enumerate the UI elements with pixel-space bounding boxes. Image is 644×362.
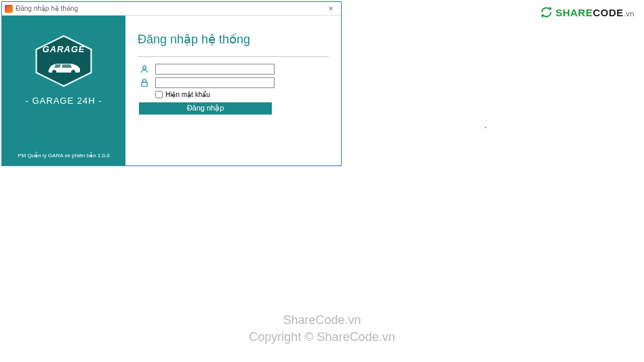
brand-name: - GARAGE 24H - (26, 96, 102, 106)
svg-point-2 (71, 70, 75, 74)
logo-label: GARAGE (33, 44, 94, 54)
window-body: GARAGE - GARAGE 24H - PM Quản lý GARA xe… (2, 16, 341, 165)
login-window: Đăng nhập hệ thống × GARAGE - GARAGE 24H… (1, 1, 342, 166)
show-password-row: Hiện mật khẩu (155, 91, 329, 98)
svg-point-1 (52, 70, 56, 74)
corner-watermark: SHARECODE.vn (540, 5, 635, 19)
watermark-share: SHARE (555, 7, 592, 18)
logo: GARAGE (33, 35, 94, 87)
watermark-vn: .vn (624, 9, 635, 18)
sidebar: GARAGE - GARAGE 24H - PM Quản lý GARA xe… (2, 16, 125, 165)
lock-icon (138, 77, 151, 88)
svg-rect-4 (142, 82, 147, 86)
stray-dot: • (485, 125, 486, 129)
watermark-code: CODE (592, 7, 623, 18)
watermark-text: SHARECODE.vn (555, 7, 635, 18)
login-button[interactable]: Đăng nhập (139, 102, 272, 115)
username-input[interactable] (155, 64, 275, 75)
car-icon (43, 60, 84, 75)
center-watermark-line2: Copyright © ShareCode.vn (249, 329, 395, 346)
password-row (138, 77, 329, 88)
user-icon (138, 64, 151, 75)
app-icon (5, 5, 13, 13)
username-row (138, 64, 329, 75)
divider (138, 56, 329, 57)
svg-point-3 (143, 66, 146, 69)
version-text: PM Quản lý GARA xe phiên bản 1.0.0 (2, 153, 125, 159)
recycle-icon (540, 5, 553, 19)
show-password-checkbox[interactable] (155, 91, 163, 98)
show-password-label: Hiện mật khẩu (165, 91, 210, 98)
titlebar: Đăng nhập hệ thống × (2, 2, 341, 16)
center-watermark-line1: ShareCode.vn (249, 312, 395, 329)
window-title: Đăng nhập hệ thống (16, 5, 323, 12)
close-icon[interactable]: × (323, 3, 338, 14)
main-panel: Đăng nhập hệ thống (125, 16, 341, 165)
center-watermark: ShareCode.vn Copyright © ShareCode.vn (249, 312, 395, 346)
password-input[interactable] (155, 77, 275, 88)
login-heading: Đăng nhập hệ thống (138, 32, 329, 47)
